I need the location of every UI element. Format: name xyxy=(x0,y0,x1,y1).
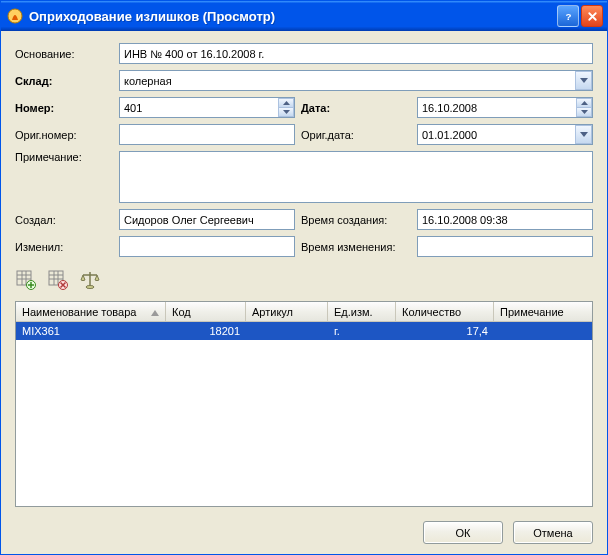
content-area: Основание: ИНВ № 400 от 16.10.2008 г. Ск… xyxy=(1,31,607,554)
col-unit-label: Ед.изм. xyxy=(334,306,373,318)
window-title: Оприходование излишков (Просмотр) xyxy=(29,9,557,24)
date-value: 16.10.2008 xyxy=(422,102,477,114)
add-row-button[interactable] xyxy=(15,269,37,291)
orig-date-input[interactable]: 01.01.2000 xyxy=(417,124,593,145)
created-at-label: Время создания: xyxy=(301,214,411,226)
window-controls: ? xyxy=(557,5,603,27)
cell-note xyxy=(494,329,592,333)
orig-date-label: Ориг.дата: xyxy=(301,129,411,141)
modified-by-input[interactable] xyxy=(119,236,295,257)
help-button[interactable]: ? xyxy=(557,5,579,27)
col-name-label: Наименование товара xyxy=(22,306,136,318)
sort-asc-icon xyxy=(151,306,159,318)
col-header-code[interactable]: Код xyxy=(166,302,246,321)
close-button[interactable] xyxy=(581,5,603,27)
cell-code: 18201 xyxy=(166,323,246,339)
col-header-article[interactable]: Артикул xyxy=(246,302,328,321)
cancel-button[interactable]: Отмена xyxy=(513,521,593,544)
created-by-label: Создал: xyxy=(15,214,113,226)
warehouse-combo[interactable]: колерная xyxy=(119,70,593,91)
basis-value: ИНВ № 400 от 16.10.2008 г. xyxy=(124,48,264,60)
col-note-label: Примечание xyxy=(500,306,564,318)
chevron-down-icon[interactable] xyxy=(575,71,592,90)
note-label: Примечание: xyxy=(15,151,113,163)
cell-unit: г. xyxy=(328,323,396,339)
col-qty-label: Количество xyxy=(402,306,461,318)
warehouse-label: Склад: xyxy=(15,75,113,87)
svg-text:?: ? xyxy=(565,10,571,21)
warehouse-value: колерная xyxy=(124,75,172,87)
scales-button[interactable] xyxy=(79,269,101,291)
spin-up-icon[interactable] xyxy=(278,98,294,108)
col-header-note[interactable]: Примечание xyxy=(494,302,592,321)
orig-date-value: 01.01.2000 xyxy=(422,129,477,141)
items-grid: Наименование товара Код Артикул Ед.изм. … xyxy=(15,301,593,507)
created-at-value: 16.10.2008 09:38 xyxy=(422,214,508,226)
created-at-input[interactable]: 16.10.2008 09:38 xyxy=(417,209,593,230)
cell-name: MIX361 xyxy=(16,323,166,339)
col-header-unit[interactable]: Ед.изм. xyxy=(328,302,396,321)
col-article-label: Артикул xyxy=(252,306,293,318)
number-label: Номер: xyxy=(15,102,113,114)
spin-down-icon[interactable] xyxy=(576,108,592,117)
note-input[interactable] xyxy=(119,151,593,203)
modified-at-label: Время изменения: xyxy=(301,241,411,253)
date-label: Дата: xyxy=(301,102,411,114)
created-by-input[interactable]: Сидоров Олег Сергеевич xyxy=(119,209,295,230)
modified-at-input[interactable] xyxy=(417,236,593,257)
app-icon xyxy=(7,8,23,24)
date-input[interactable]: 16.10.2008 xyxy=(417,97,593,118)
delete-row-button[interactable] xyxy=(47,269,69,291)
ok-button[interactable]: ОК xyxy=(423,521,503,544)
col-code-label: Код xyxy=(172,306,191,318)
col-header-qty[interactable]: Количество xyxy=(396,302,494,321)
window-frame: Оприходование излишков (Просмотр) ? Осно… xyxy=(0,0,608,555)
number-input[interactable]: 401 xyxy=(119,97,295,118)
modified-by-label: Изменил: xyxy=(15,241,113,253)
cell-article xyxy=(246,329,328,333)
footer-buttons: ОК Отмена xyxy=(15,511,593,544)
svg-point-16 xyxy=(86,286,94,289)
created-by-value: Сидоров Олег Сергеевич xyxy=(124,214,254,226)
cell-qty: 17,4 xyxy=(396,323,494,339)
basis-input[interactable]: ИНВ № 400 от 16.10.2008 г. xyxy=(119,43,593,64)
toolbar xyxy=(15,267,593,297)
number-value: 401 xyxy=(124,102,142,114)
basis-label: Основание: xyxy=(15,48,113,60)
orig-number-label: Ориг.номер: xyxy=(15,129,113,141)
grid-header: Наименование товара Код Артикул Ед.изм. … xyxy=(16,302,592,322)
orig-number-input[interactable] xyxy=(119,124,295,145)
table-row[interactable]: MIX361 18201 г. 17,4 xyxy=(16,322,592,340)
grid-body[interactable]: MIX361 18201 г. 17,4 xyxy=(16,322,592,506)
spin-down-icon[interactable] xyxy=(278,108,294,117)
spin-up-icon[interactable] xyxy=(576,98,592,108)
titlebar: Оприходование излишков (Просмотр) ? xyxy=(1,1,607,31)
chevron-down-icon[interactable] xyxy=(575,125,592,144)
form-grid: Основание: ИНВ № 400 от 16.10.2008 г. Ск… xyxy=(15,43,593,257)
col-header-name[interactable]: Наименование товара xyxy=(16,302,166,321)
